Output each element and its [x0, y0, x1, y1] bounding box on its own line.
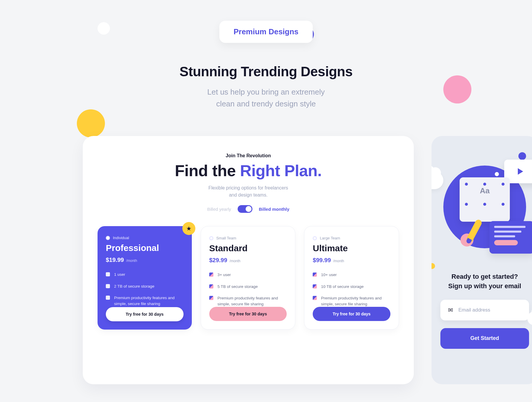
- plan-feature: 5 TB of secure storage: [218, 284, 258, 290]
- hero-subtitle: Let us help you bring an extremely clean…: [133, 86, 399, 110]
- decor-dot-yellow: [432, 263, 435, 269]
- pricing-title: Find the Right Plan.: [98, 161, 399, 180]
- plan-ultimate[interactable]: Large Team Ultimate $99.99 /month 10+ us…: [304, 226, 399, 330]
- cloud-icon: [432, 171, 443, 189]
- plan-cta-button[interactable]: Try free for 30 days: [313, 307, 390, 321]
- decor-circle-pink: [443, 75, 471, 103]
- plan-tag: Small Team: [216, 236, 236, 240]
- star-icon: ★: [182, 222, 195, 235]
- billing-monthly-label[interactable]: Billed monthly: [259, 207, 289, 212]
- cube-icon: [209, 284, 213, 288]
- plan-feature: Premium productivity features and simple…: [114, 295, 184, 307]
- plan-price: $19.99: [106, 257, 124, 263]
- plan-feature: 1 user: [114, 272, 125, 278]
- plan-price: $99.99: [313, 257, 331, 264]
- plan-name: Standard: [209, 243, 287, 253]
- plan-feature: 3+ user: [218, 272, 231, 278]
- plan-name: Ultimate: [313, 243, 390, 253]
- decor-circle-yellow: [77, 109, 105, 137]
- signup-heading: Ready to get started? Sign up with your …: [440, 272, 529, 291]
- signup-card: Ready to get started? Sign up with your …: [432, 136, 532, 384]
- hero-title: Stunning Trending Designs: [133, 64, 399, 80]
- plan-price: $29.99: [209, 257, 227, 264]
- pricing-subtitle: Flexible pricing options for freelancers…: [98, 184, 399, 199]
- email-field[interactable]: [458, 307, 521, 313]
- plans-row: ★ Individual Professional $19.99 /month …: [98, 226, 399, 330]
- cube-icon: [106, 296, 110, 300]
- cube-icon: [209, 273, 213, 277]
- cube-icon: [209, 296, 213, 300]
- pricing-panel: Join The Revolution Find the Right Plan.…: [83, 136, 414, 384]
- pencil-icon: [466, 219, 483, 243]
- plan-cta-button[interactable]: Try free for 30 days: [209, 307, 287, 321]
- plan-tag: Large Team: [320, 236, 340, 240]
- plan-name: Professional: [106, 243, 184, 253]
- plan-feature: 2 TB of secure storage: [114, 283, 154, 289]
- pricing-eyebrow: Join The Revolution: [98, 153, 399, 158]
- decor-dot-purple: [518, 152, 526, 160]
- plan-cta-button[interactable]: Try free for 30 days: [106, 307, 184, 321]
- plan-feature: 10 TB of secure storage: [321, 284, 364, 290]
- text-window-icon: [489, 221, 532, 254]
- premium-badge: Premium Designs: [219, 21, 313, 43]
- cube-icon: [313, 284, 317, 288]
- typography-window-icon: [460, 177, 510, 222]
- billing-toggle[interactable]: [238, 205, 252, 213]
- cube-icon: [313, 273, 317, 277]
- illustration: [443, 166, 526, 248]
- plan-feature: Premium productivity features and simple…: [321, 295, 390, 307]
- hero: Stunning Trending Designs Let us help yo…: [133, 64, 399, 110]
- plan-feature: Premium productivity features and simple…: [218, 295, 287, 307]
- cube-icon: [106, 284, 110, 288]
- plan-feature: 10+ user: [321, 272, 337, 278]
- get-started-button[interactable]: Get Started: [440, 328, 529, 349]
- email-input-box[interactable]: ✉: [440, 300, 529, 320]
- plan-period: /month: [126, 259, 137, 263]
- cube-icon: [313, 296, 317, 300]
- billing-yearly-label[interactable]: Billed yearly: [207, 207, 231, 212]
- plan-tag: Individual: [113, 236, 129, 240]
- plan-period: /month: [230, 259, 241, 263]
- billing-toggle-row: Billed yearly Billed monthly: [98, 205, 399, 213]
- cube-icon: [106, 272, 110, 276]
- plan-period: /month: [333, 259, 344, 263]
- mail-icon: ✉: [448, 307, 453, 314]
- play-icon: [518, 168, 523, 175]
- plan-standard[interactable]: Small Team Standard $29.99 /month 3+ use…: [201, 226, 296, 330]
- decor-dot-white: [495, 172, 499, 176]
- decor-circle-white: [98, 22, 110, 35]
- plan-professional[interactable]: ★ Individual Professional $19.99 /month …: [98, 226, 192, 330]
